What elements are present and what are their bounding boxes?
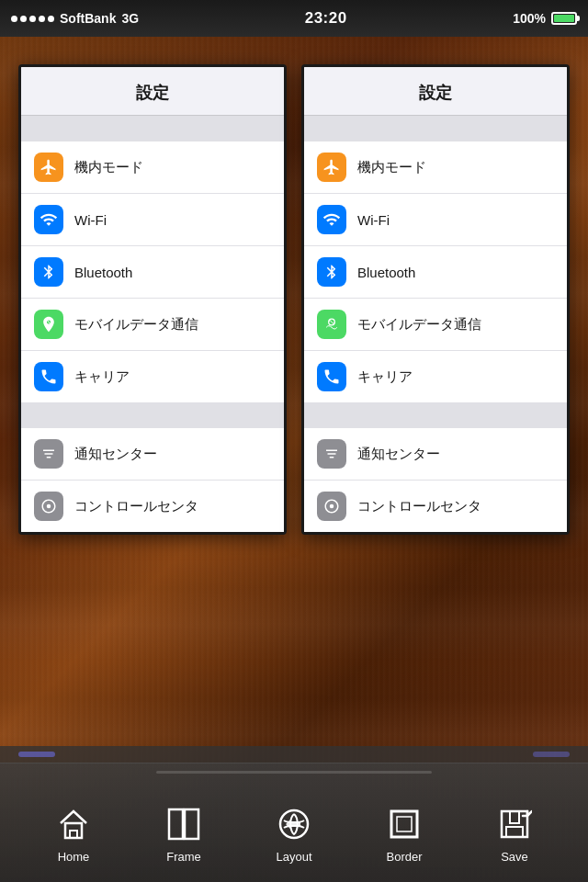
layout-svg xyxy=(277,807,311,842)
svg-rect-10 xyxy=(397,817,412,831)
item-label: Wi-Fi xyxy=(357,212,390,228)
item-label: 通知センター xyxy=(74,446,157,463)
airplane-icon xyxy=(317,153,346,182)
signal-dot-5 xyxy=(48,16,54,22)
control-svg xyxy=(323,498,340,514)
home-svg xyxy=(56,807,91,842)
item-label: 通知センター xyxy=(357,446,440,463)
control-center-icon xyxy=(317,492,346,521)
carrier-label: SoftBank xyxy=(60,11,116,26)
home-icon xyxy=(53,804,94,844)
item-label: コントロールセンタ xyxy=(357,498,481,515)
list-item[interactable]: コントロールセンタ xyxy=(21,481,284,532)
item-label: モバイルデータ通信 xyxy=(357,316,481,334)
panel-title-right: 設定 xyxy=(419,84,452,102)
save-button[interactable]: Save xyxy=(487,804,542,864)
mobile-svg xyxy=(40,315,58,334)
list-item[interactable]: キャリア xyxy=(21,351,284,402)
battery-fill xyxy=(554,15,574,22)
mobile-svg xyxy=(322,315,341,334)
notification-svg xyxy=(323,446,340,462)
panel-title-left: 設定 xyxy=(136,84,169,102)
signal-dot-3 xyxy=(29,16,36,22)
status-time: 23:20 xyxy=(305,9,347,28)
list-item[interactable]: Wi-Fi xyxy=(304,194,567,246)
toolbar: Home Frame Lay xyxy=(0,763,588,882)
control-center-icon xyxy=(34,492,63,521)
status-left: SoftBank 3G xyxy=(11,11,139,26)
airplane-icon xyxy=(34,153,63,182)
settings-list-left-1: 機内モード Wi-Fi xyxy=(21,141,284,402)
section-divider-left-1 xyxy=(21,116,284,141)
panel-header-right: 設定 xyxy=(304,67,567,116)
list-item[interactable]: 機内モード xyxy=(21,141,284,194)
border-icon xyxy=(384,804,424,844)
wifi-svg xyxy=(322,210,341,229)
settings-panel-right: 設定 機内モード xyxy=(301,64,570,535)
wifi-svg xyxy=(40,210,58,229)
home-label: Home xyxy=(58,850,90,864)
list-item[interactable]: 通知センター xyxy=(21,428,284,481)
battery-icon xyxy=(551,12,577,25)
page-dot-left xyxy=(18,752,55,757)
mobile-data-icon xyxy=(317,310,346,339)
list-item[interactable]: 通知センター xyxy=(304,428,567,481)
list-item[interactable]: Wi-Fi xyxy=(21,194,284,246)
svg-rect-7 xyxy=(185,809,198,839)
frame-svg xyxy=(166,807,201,842)
list-item[interactable]: コントロールセンタ xyxy=(304,481,567,532)
frame-button[interactable]: Frame xyxy=(156,804,211,864)
settings-list-right-1: 機内モード Wi-Fi xyxy=(304,141,567,402)
bluetooth-icon xyxy=(34,257,63,287)
control-svg xyxy=(40,498,57,514)
item-label: Wi-Fi xyxy=(74,212,107,228)
item-label: コントロールセンタ xyxy=(74,498,198,515)
list-item[interactable]: 機内モード xyxy=(304,141,567,194)
home-button[interactable]: Home xyxy=(46,804,101,864)
svg-point-1 xyxy=(47,504,51,509)
main-content: 設定 機内モード xyxy=(0,37,588,882)
signal-dot-4 xyxy=(39,16,45,22)
list-item[interactable]: モバイルデータ通信 xyxy=(304,299,567,351)
signal-dots xyxy=(11,16,54,22)
section-divider-left-2 xyxy=(21,402,284,428)
carrier-svg xyxy=(322,368,341,386)
layout-icon xyxy=(274,804,314,844)
notification-icon xyxy=(34,439,63,469)
settings-list-left-2: 通知センター コントロールセンタ xyxy=(21,428,284,532)
layout-button[interactable]: Layout xyxy=(266,804,322,864)
item-label: 機内モード xyxy=(357,159,426,176)
status-bar: SoftBank 3G 23:20 100% xyxy=(0,0,588,37)
wifi-icon xyxy=(317,205,346,234)
settings-panel-left: 設定 機内モード xyxy=(18,64,287,535)
item-label: Bluetooth xyxy=(74,265,132,280)
page-indicator-strip xyxy=(0,746,588,763)
bluetooth-icon xyxy=(317,257,346,287)
list-item[interactable]: Bluetooth xyxy=(21,246,284,299)
save-svg xyxy=(497,807,532,842)
item-label: 機内モード xyxy=(74,159,143,176)
notification-svg xyxy=(40,446,57,462)
carrier-icon xyxy=(317,362,346,391)
battery-label: 100% xyxy=(513,11,546,26)
svg-rect-6 xyxy=(169,809,183,839)
bluetooth-svg xyxy=(40,264,57,280)
panel-header-left: 設定 xyxy=(21,67,284,116)
border-button[interactable]: Border xyxy=(377,804,432,864)
panels-area: 設定 機内モード xyxy=(0,37,588,746)
status-right: 100% xyxy=(513,11,577,26)
section-divider-right-1 xyxy=(304,116,567,141)
frame-icon xyxy=(164,804,204,844)
carrier-svg xyxy=(40,368,58,386)
list-item[interactable]: モバイルデータ通信 xyxy=(21,299,284,351)
border-svg xyxy=(387,807,422,842)
border-label: Border xyxy=(386,850,422,864)
item-label: モバイルデータ通信 xyxy=(74,316,198,334)
network-label: 3G xyxy=(121,11,139,26)
list-item[interactable]: キャリア xyxy=(304,351,567,402)
svg-rect-9 xyxy=(391,811,417,837)
signal-dot-2 xyxy=(20,16,27,22)
item-label: キャリア xyxy=(357,368,413,386)
list-item[interactable]: Bluetooth xyxy=(304,246,567,299)
airplane-svg xyxy=(40,158,58,176)
